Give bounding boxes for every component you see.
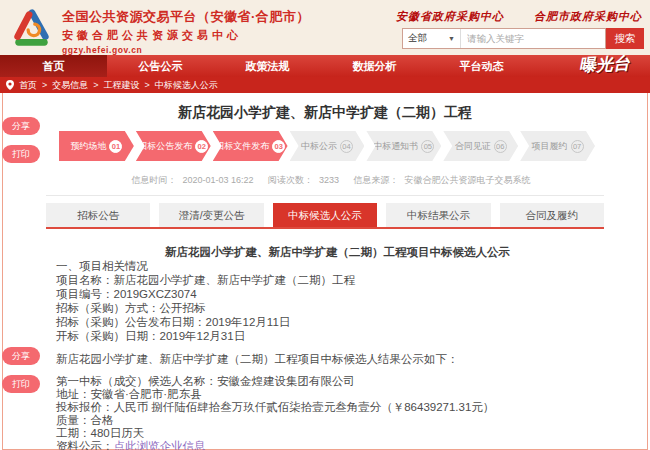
nav-item-platform-news[interactable]: 平台动态 xyxy=(428,55,535,77)
process-steps: 预约场地 01 招标公告发布 02 招标文件发布 03 中标公示 04 中标通知… xyxy=(59,131,595,161)
step-label: 招标公告发布 xyxy=(138,140,192,153)
gov-links: 安徽省政府采购中心 合肥市政府采购中心 xyxy=(396,9,642,24)
center-name: 安徽合肥公共资源交易中心 xyxy=(62,28,310,43)
search-category-select[interactable]: 全部 ▼ xyxy=(403,29,461,48)
article-heading: 新店花园小学扩建、新店中学扩建（二期）工程项目中标候选人公示 xyxy=(56,245,619,259)
info-time-value: 2020-01-03 16:22 xyxy=(182,175,253,185)
info-meta: 信息时间：2020-01-03 16:22 阅读次数：3233 信息来源：安徽合… xyxy=(3,174,647,187)
candidate-quality-line: 质量：合格 xyxy=(56,414,619,427)
divider xyxy=(46,195,604,196)
nav-item-data-analysis[interactable]: 数据分析 xyxy=(321,55,428,77)
tab-award-result[interactable]: 中标结果公示 xyxy=(386,203,490,227)
spotlight-badge[interactable]: 曝光台 xyxy=(578,52,630,79)
article-line-project-number: 项目编号：2019GXCZ3074 xyxy=(56,287,619,301)
search-button[interactable]: 搜索 xyxy=(606,28,644,49)
article-line-notice-date: 招标（采购）公告发布日期：2019年12月11日 xyxy=(56,315,619,329)
candidate-bid-price-line: 投标报价：人民币 捌仟陆佰肆拾叁万玖仟贰佰柒拾壹元叁角壹分（￥86439271.… xyxy=(56,401,619,414)
chevron-down-icon: ▼ xyxy=(448,35,455,42)
step-number: 02 xyxy=(195,140,208,153)
step-award-notice: 中标通知书 05 xyxy=(366,131,441,161)
detail-tabs: 招标公告 澄清/变更公告 中标候选人公示 中标结果公示 合同及履约 xyxy=(46,203,604,227)
platform-logo-icon xyxy=(10,7,52,49)
main-nav: 首页 公告公示 政策法规 数据分析 平台动态 曝光台 xyxy=(0,55,650,77)
tabs-underline xyxy=(46,227,604,229)
breadcrumb-trade-info[interactable]: 交易信息 xyxy=(52,79,88,92)
step-label: 预约场地 xyxy=(70,140,106,153)
print-button[interactable]: 打印 xyxy=(2,375,40,393)
step-number: 04 xyxy=(340,140,353,153)
location-pin-icon xyxy=(6,80,14,90)
nav-item-policies[interactable]: 政策法规 xyxy=(214,55,321,77)
content-frame: 新店花园小学扩建、新店中学扩建（二期）工程 预约场地 01 招标公告发布 02 … xyxy=(2,93,648,450)
step-number: 07 xyxy=(571,140,584,153)
step-award-publicity: 中标公示 04 xyxy=(290,131,365,161)
print-button[interactable]: 打印 xyxy=(2,145,40,163)
article-line-project-name: 项目名称：新店花园小学扩建、新店中学扩建（二期）工程 xyxy=(56,273,619,287)
info-link-prefix: 资料公示： xyxy=(56,440,114,450)
candidate-address-line: 地址：安徽省·合肥市·肥东县 xyxy=(56,388,619,401)
search-input[interactable] xyxy=(461,29,605,48)
article-result-intro: 新店花园小学扩建、新店中学扩建（二期）工程项目中标候选人结果公示如下： xyxy=(56,352,619,366)
breadcrumb-current: 中标候选人公示 xyxy=(155,79,218,92)
tab-winning-candidates[interactable]: 中标候选人公示 xyxy=(273,203,377,227)
share-button[interactable]: 分享 xyxy=(2,117,40,135)
platform-title: 全国公共资源交易平台（安徽省·合肥市） xyxy=(62,8,310,26)
article-line-tender-method: 招标（采购）方式：公开招标 xyxy=(56,301,619,315)
candidate-info-line: 资料公示：点此浏览企业信息 xyxy=(56,440,619,450)
step-label: 招标文件发布 xyxy=(215,140,269,153)
step-tender-documents: 招标文件发布 03 xyxy=(213,131,288,161)
breadcrumb: 首页 > 交易信息 > 工程建设 > 中标候选人公示 xyxy=(0,77,650,93)
spacer xyxy=(56,366,619,375)
step-label: 项目履约 xyxy=(532,140,568,153)
search-bar: 全部 ▼ 搜索 xyxy=(402,28,644,49)
hefei-procurement-link[interactable]: 合肥市政府采购中心 xyxy=(534,9,642,24)
breadcrumb-home[interactable]: 首页 xyxy=(19,79,37,92)
candidate-name-line: 第一中标（成交）候选人名称：安徽金煌建设集团有限公司 xyxy=(56,375,619,388)
breadcrumb-construction[interactable]: 工程建设 xyxy=(104,79,140,92)
brand-block: 全国公共资源交易平台（安徽省·合肥市） 安徽合肥公共资源交易中心 ggzy.he… xyxy=(62,8,310,55)
info-time-label: 信息时间： xyxy=(131,175,176,185)
step-number: 05 xyxy=(421,140,434,153)
article-line-opening-date: 开标（采购）日期：2019年12月31日 xyxy=(56,329,619,343)
search-box: 全部 ▼ xyxy=(402,28,606,49)
anhui-procurement-link[interactable]: 安徽省政府采购中心 xyxy=(396,9,504,24)
site-url: ggzy.hefei.gov.cn xyxy=(62,45,310,55)
step-number: 03 xyxy=(272,140,285,153)
step-label: 合同见证 xyxy=(455,140,491,153)
announcement-article: 新店花园小学扩建、新店中学扩建（二期）工程项目中标候选人公示 一、项目相关情况 … xyxy=(56,245,619,450)
tab-tender-notice[interactable]: 招标公告 xyxy=(46,203,150,227)
nav-item-home[interactable]: 首页 xyxy=(0,55,107,77)
step-number: 01 xyxy=(109,140,122,153)
page-title: 新店花园小学扩建、新店中学扩建（二期）工程 xyxy=(3,104,647,122)
info-views-value: 3233 xyxy=(319,175,339,185)
site-header: 全国公共资源交易平台（安徽省·合肥市） 安徽合肥公共资源交易中心 ggzy.he… xyxy=(0,0,650,55)
info-views-label: 阅读次数： xyxy=(268,175,313,185)
search-category-value: 全部 xyxy=(408,32,427,45)
breadcrumb-separator: > xyxy=(93,80,98,90)
step-venue-booking: 预约场地 01 xyxy=(59,131,134,161)
share-button[interactable]: 分享 xyxy=(2,347,40,365)
company-info-link[interactable]: 点此浏览企业信息 xyxy=(114,440,206,450)
article-section-title: 一、项目相关情况 xyxy=(56,259,619,273)
info-source-value: 安徽合肥公共资源电子交易系统 xyxy=(405,175,531,185)
candidate-duration-line: 工期：480日历天 xyxy=(56,427,619,440)
step-project-performance: 项目履约 07 xyxy=(520,131,595,161)
step-label: 中标通知书 xyxy=(373,140,418,153)
info-source-label: 信息来源： xyxy=(354,175,399,185)
step-tender-notice: 招标公告发布 02 xyxy=(136,131,211,161)
breadcrumb-separator: > xyxy=(42,80,47,90)
tab-contract-performance[interactable]: 合同及履约 xyxy=(500,203,604,227)
spacer xyxy=(56,343,619,352)
step-number: 06 xyxy=(494,140,507,153)
step-contract-witness: 合同见证 06 xyxy=(443,131,518,161)
step-label: 中标公示 xyxy=(301,140,337,153)
tab-clarification[interactable]: 澄清/变更公告 xyxy=(159,203,263,227)
nav-item-announcements[interactable]: 公告公示 xyxy=(107,55,214,77)
breadcrumb-separator: > xyxy=(145,80,150,90)
